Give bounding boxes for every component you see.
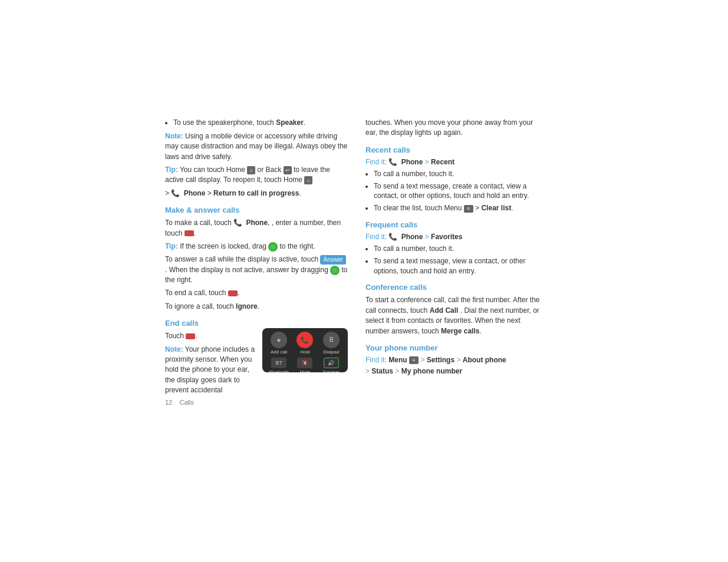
- touch-end-icon: [186, 333, 195, 339]
- bluetooth-btn: BT Bluetooth: [267, 358, 291, 372]
- recent-find-it: Find it: 📞 Phone > Recent: [365, 158, 542, 166]
- dialpad-icon: ⠿: [323, 332, 340, 348]
- phone-icon-make: 📞: [233, 218, 242, 228]
- phone-ui-inner: + Add call 📞 Hold ⠿ Dialpad: [262, 328, 348, 372]
- conference-calls-title: Conference calls: [365, 283, 542, 292]
- left-column: To use the speakerphone, touch Speaker. …: [165, 118, 348, 399]
- phone-icon-tip: 📞: [171, 189, 180, 199]
- note1-text: Using a mobile device or accessory while…: [165, 132, 348, 161]
- frequent-phone-icon: 📞: [388, 233, 397, 241]
- recent-calls-title: Recent calls: [365, 146, 542, 154]
- tip1-continue: > 📞 Phone > Return to call in progress.: [165, 189, 348, 199]
- tip2: Tip: If the screen is locked, drag to th…: [165, 242, 348, 252]
- right-column: touches. When you move your phone away f…: [365, 118, 542, 399]
- recent-phone-text: Phone: [401, 158, 423, 166]
- drag-icon2: [330, 266, 340, 275]
- tip2-text: If the screen is locked, drag to the rig…: [180, 242, 315, 250]
- frequent-bullets: To call a number, touch it. To send a te…: [374, 244, 542, 276]
- menu-icon-phone: ≡: [409, 356, 419, 364]
- note1: Note: Using a mobile device or accessory…: [165, 131, 348, 162]
- frequent-calls-title: Frequent calls: [365, 220, 542, 229]
- touch-text: Touch .: [165, 331, 256, 341]
- bluetooth-label: Bluetooth: [269, 369, 289, 372]
- note2: Note: Your phone includes a proximity se…: [165, 345, 256, 396]
- hold-btn: 📞 Hold: [293, 332, 317, 355]
- frequent-arrow: >: [425, 233, 431, 241]
- phone-ui-top-row: + Add call 📞 Hold ⠿ Dialpad: [266, 332, 344, 355]
- mute-icon: 🔇: [297, 358, 312, 368]
- tip1-label: Tip:: [165, 166, 178, 174]
- speakerphone-text: To use the speakerphone, touch: [173, 118, 274, 127]
- speaker-phone-icon: 🔊: [324, 358, 339, 368]
- mute-label: Mute: [300, 369, 311, 372]
- add-call-label: Add call: [271, 349, 287, 355]
- recent-bold: Recent: [431, 158, 454, 166]
- frequent-bullet1: To call a number, touch it.: [374, 244, 542, 254]
- dialpad-btn: ⠿ Dialpad: [319, 332, 343, 355]
- back-icon: ↩: [284, 166, 292, 174]
- conference-text: To start a conference call, call the fir…: [365, 295, 542, 336]
- frequent-find-it: Find it: 📞 Phone > Favorites: [365, 233, 542, 241]
- tip2-label: Tip:: [165, 242, 178, 250]
- recent-arrow: >: [425, 158, 431, 166]
- note1-label: Note:: [165, 132, 183, 140]
- speaker-phone-btn: 🔊 Speaker: [319, 358, 343, 372]
- tip1-text: You can touch Home ⌂ or Back ↩ to leave …: [165, 166, 330, 184]
- hold-label: Hold: [300, 349, 309, 355]
- recent-phone-icon: 📞: [388, 158, 397, 166]
- end-calls-text-area: Touch . Note: Your phone includes a prox…: [165, 331, 256, 398]
- answer-btn: Answer: [320, 255, 345, 265]
- phone-ui-mockup: + Add call 📞 Hold ⠿ Dialpad: [262, 328, 348, 372]
- content-area: To use the speakerphone, touch Speaker. …: [165, 118, 554, 399]
- hold-icon: 📞: [297, 332, 313, 348]
- your-phone-menu-text: Menu: [388, 356, 407, 364]
- end-call-text: To end a call, touch .: [165, 288, 348, 298]
- page-calls-label: Calls: [179, 399, 193, 406]
- recent-bullet3: To clear the list, touch Menu ≡ > Clear …: [374, 203, 542, 213]
- ignore-text: To ignore a call, touch Ignore.: [165, 302, 348, 312]
- end-calls-title: End calls: [165, 319, 348, 328]
- phone-ui-bottom-row: BT Bluetooth 🔇 Mute 🔊 Speaker: [266, 358, 344, 372]
- answer-text: To answer a call while the display is ac…: [165, 254, 348, 285]
- drag-icon: [268, 242, 278, 252]
- page-container: To use the speakerphone, touch Speaker. …: [0, 0, 728, 562]
- home-icon: ⌂: [247, 166, 255, 174]
- continuation-text: touches. When you move your phone away f…: [365, 118, 542, 138]
- recent-find-it-label: Find it:: [365, 158, 387, 166]
- menu-icon-recent: ≡: [464, 205, 473, 213]
- page-number-area: 12 Calls: [165, 399, 194, 406]
- recent-bullet1: To call a number, touch it.: [374, 169, 542, 179]
- your-phone-find-it: Find it: Menu ≡ > Settings > About phone: [365, 356, 542, 364]
- speaker-phone-label: Speaker: [322, 369, 340, 372]
- recent-bullets: To call a number, touch it. To send a te…: [374, 169, 542, 213]
- tip1: Tip: You can touch Home ⌂ or Back ↩ to l…: [165, 165, 348, 186]
- recent-bullet2: To send a text message, create a contact…: [374, 181, 542, 201]
- speakerphone-list: To use the speakerphone, touch Speaker.: [173, 118, 348, 128]
- your-phone-find-it-2: > Status > My phone number: [365, 367, 542, 375]
- end-call-icon: [228, 290, 238, 296]
- return-to-call: Return to call in progress: [213, 189, 299, 197]
- add-call-btn: + Add call: [267, 332, 291, 355]
- frequent-bold: Favorites: [431, 233, 462, 241]
- speaker-bold: Speaker: [276, 118, 304, 127]
- speakerphone-item: To use the speakerphone, touch Speaker.: [173, 118, 348, 128]
- make-call-text: To make a call, touch 📞 Phone, , enter a…: [165, 218, 348, 239]
- page-number: 12: [165, 399, 172, 406]
- frequent-find-it-label: Find it:: [365, 233, 387, 241]
- note2-label: Note:: [165, 345, 183, 353]
- make-answer-title: Make & answer calls: [165, 206, 348, 214]
- bluetooth-icon: BT: [271, 358, 286, 368]
- frequent-bullet2: To send a text message, view a contact, …: [374, 256, 542, 276]
- your-phone-title: Your phone number: [365, 343, 542, 352]
- home-icon2: ⌂: [304, 176, 312, 184]
- add-call-icon: +: [271, 332, 287, 348]
- mute-btn: 🔇 Mute: [293, 358, 317, 372]
- end-calls-content: Touch . Note: Your phone includes a prox…: [165, 331, 348, 398]
- your-phone-find-it-label: Find it:: [365, 356, 387, 364]
- call-button-icon: [185, 230, 194, 236]
- frequent-phone-text: Phone: [401, 233, 423, 241]
- dialpad-label: Dialpad: [323, 349, 339, 355]
